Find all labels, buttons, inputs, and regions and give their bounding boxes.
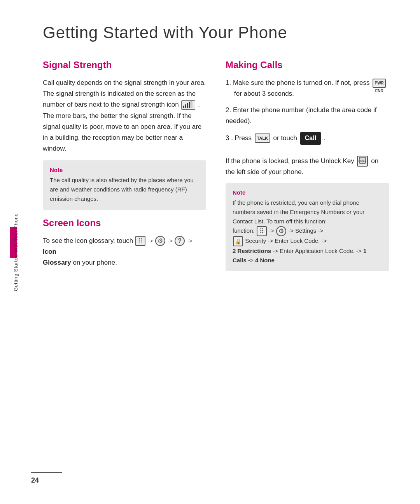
making-calls-heading: Making Calls [226,60,389,70]
page-title: Getting Started with Your Phone [43,23,389,42]
help-question-icon [175,236,185,246]
svg-rect-3 [189,102,190,108]
signal-strength-body: Call quality depends on the signal stren… [43,77,206,154]
svg-rect-4 [191,101,192,108]
page-container: Getting Started with Your Phone 24 Getti… [0,0,420,504]
step-2: 2. Enter the phone number (include the a… [226,105,389,126]
svg-rect-1 [185,104,186,108]
svg-rect-0 [183,106,184,108]
two-column-layout: Signal Strength Call quality depends on … [43,60,389,279]
apps-grid-icon [135,236,145,246]
making-calls-note-label: Note [233,189,382,196]
signal-strength-section: Signal Strength Call quality depends on … [43,60,206,210]
apps-grid-icon-2 [257,226,267,236]
security-icon: 🔒 [233,236,243,246]
making-calls-note-text: If the phone is restricted, you can only… [233,198,382,265]
bottom-line [31,472,62,473]
svg-rect-2 [187,103,188,108]
making-calls-note-box: Note If the phone is restricted, you can… [226,183,389,271]
signal-note-label: Note [50,167,199,173]
making-calls-section: Making Calls 1. Make sure the phone is t… [226,60,389,271]
screen-icons-heading: Screen Icons [43,218,206,228]
right-column: Making Calls 1. Make sure the phone is t… [226,60,389,279]
signal-note-box: Note The call quality is also affected b… [43,160,206,210]
screen-icons-body: To see the icon glossary, touch -> -> ->… [43,235,206,268]
step-3: 3 . Press TALK or touch Call . If the ph… [226,132,389,177]
pwr-end-icon: PWREND [373,79,386,88]
talk-button-icon: TALK [255,133,270,143]
left-column: Signal Strength Call quality depends on … [43,60,206,279]
page-number: 24 [31,476,39,485]
hold-key-icon: HOLD [357,156,368,167]
signal-strength-heading: Signal Strength [43,60,206,70]
settings-gear-icon [155,236,165,246]
settings-gear-icon-2 [276,226,286,236]
side-label: Getting Started with Your Phone [13,202,19,303]
call-button: Call [300,132,321,144]
making-calls-steps: 1. Make sure the phone is turned on. If … [226,77,389,177]
screen-icons-section: Screen Icons To see the icon glossary, t… [43,218,206,268]
signal-strength-icon [181,100,195,111]
step-1: 1. Make sure the phone is turned on. If … [226,77,389,99]
signal-note-text: The call quality is also affected by the… [50,176,199,204]
svg-text:HOLD: HOLD [359,159,366,163]
